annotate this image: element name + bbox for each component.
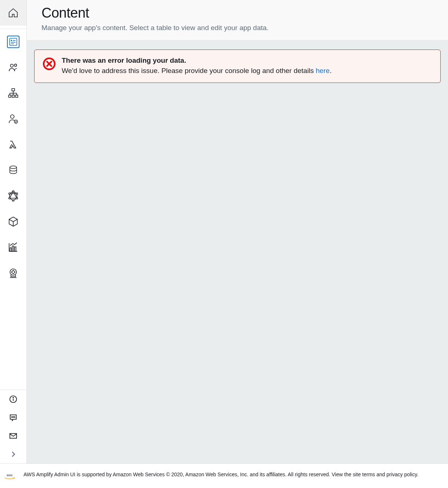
footer: aws AWS Amplify Admin UI is supported by… [0,463,448,488]
svg-point-1 [11,40,12,41]
sidebar-item-home[interactable] [0,0,26,26]
footer-and: and [375,471,386,477]
sidebar-item-users[interactable] [0,55,26,80]
sidebar-item-analytics[interactable] [0,234,26,260]
svg-rect-28 [12,246,14,251]
aws-logo: aws [0,470,19,481]
svg-point-36 [11,417,12,418]
content-area: There was an error loading your data. We… [27,40,448,463]
lambda-icon [8,139,18,150]
sidebar-item-expand[interactable] [0,445,26,463]
mail-icon [9,432,17,440]
svg-rect-0 [10,38,17,45]
footer-text: AWS Amplify Admin UI is supported by Ama… [24,470,441,478]
svg-point-5 [10,64,13,67]
error-alert: There was an error loading your data. We… [34,50,441,83]
page-header: Content Manage your app's content. Selec… [27,0,448,40]
sidebar-item-info[interactable] [0,390,26,408]
svg-point-18 [10,166,17,168]
svg-point-37 [13,417,14,418]
graphql-icon [8,190,19,201]
svg-point-23 [9,197,11,199]
sidebar-item-storage[interactable] [0,157,26,183]
database-icon [8,165,18,175]
sidebar-item-auth[interactable] [0,106,26,132]
user-check-icon [8,113,19,124]
sidebar-item-rest-api[interactable] [0,209,26,234]
svg-rect-27 [10,248,11,251]
sidebar-item-content[interactable] [0,29,26,55]
sidebar-item-predictions[interactable] [0,260,26,286]
home-icon [8,7,19,18]
svg-point-20 [16,193,18,195]
predictions-icon [8,267,19,278]
svg-text:aws: aws [7,473,13,477]
error-icon [43,57,56,72]
svg-rect-9 [12,95,14,97]
sidebar [0,0,27,463]
privacy-policy-link[interactable]: privacy policy [386,471,417,477]
alert-message-prefix: We'd love to address this issue. Please … [62,67,316,74]
sidebar-item-contact[interactable] [0,427,26,445]
chevron-right-icon [9,450,17,458]
alert-message: We'd love to address this issue. Please … [62,66,432,76]
page-title: Content [41,5,433,21]
svg-point-6 [14,64,17,66]
users-icon [8,62,19,73]
main-content: Content Manage your app's content. Selec… [27,0,448,463]
alert-message-suffix: . [330,67,332,74]
hierarchy-icon [8,88,19,99]
svg-point-38 [14,417,15,418]
cube-icon [8,216,19,227]
svg-point-16 [11,115,14,119]
sidebar-item-data-model[interactable] [0,80,26,106]
svg-point-24 [9,193,11,195]
site-terms-link[interactable]: site terms [353,471,375,477]
analytics-icon [8,242,19,253]
svg-rect-7 [12,89,15,91]
sidebar-item-graphql[interactable] [0,183,26,209]
footer-prefix: AWS Amplify Admin UI is supported by Ama… [24,471,353,477]
info-icon [9,395,17,403]
alert-title: There was an error loading your data. [62,57,432,65]
feedback-icon [9,414,17,422]
svg-rect-10 [15,95,18,97]
content-icon [7,36,19,48]
svg-point-19 [12,190,14,192]
svg-point-21 [16,197,18,199]
svg-rect-8 [9,95,11,97]
svg-point-22 [12,200,14,201]
svg-point-35 [13,397,14,398]
sidebar-item-feedback[interactable] [0,408,26,427]
svg-point-32 [12,271,15,274]
footer-suffix: . [417,471,418,477]
svg-rect-29 [15,247,16,252]
alert-link-here[interactable]: here [316,67,330,74]
page-subtitle: Manage your app's content. Select a tabl… [41,24,433,32]
sidebar-item-functions[interactable] [0,132,26,157]
